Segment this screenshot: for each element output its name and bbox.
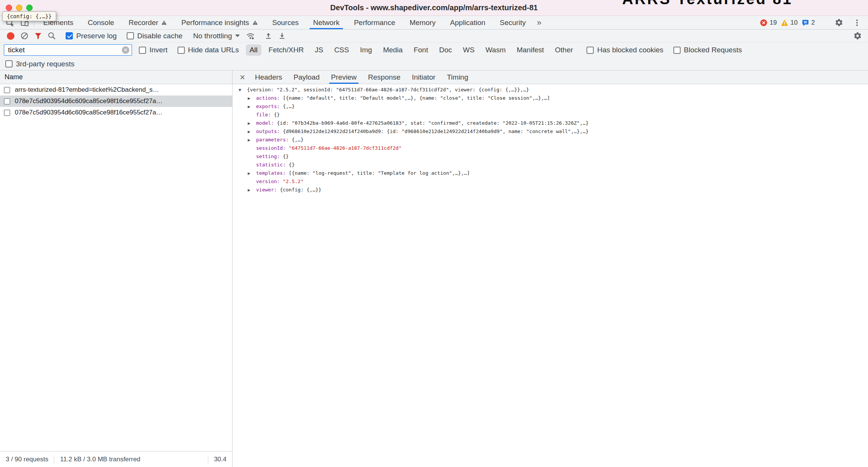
- tab-network[interactable]: Network: [306, 16, 347, 29]
- filter-input-wrapper: ×: [4, 44, 132, 56]
- detail-tab-timing[interactable]: Timing: [441, 71, 474, 84]
- dropdown-caret-icon: [235, 34, 240, 37]
- disclosure-collapsed-icon[interactable]: ▶: [248, 103, 256, 111]
- more-tabs-button[interactable]: »: [533, 16, 545, 29]
- preview-tree-line[interactable]: setting: {}: [233, 152, 868, 161]
- filter-type-css[interactable]: CSS: [330, 44, 353, 56]
- has-blocked-cookies-checkbox[interactable]: Has blocked cookies: [587, 46, 663, 54]
- checkbox-unchecked-icon: [587, 47, 594, 54]
- disclosure-expanded-icon[interactable]: ▼: [239, 86, 247, 94]
- detail-tab-headers[interactable]: Headers: [249, 71, 288, 84]
- detail-tab-response[interactable]: Response: [362, 71, 406, 84]
- record-icon: [7, 32, 14, 40]
- disclosure-collapsed-icon[interactable]: ▶: [248, 186, 256, 194]
- warning-count-badge[interactable]: 10: [781, 19, 798, 27]
- json-key: version:: [256, 179, 280, 184]
- hide-data-urls-checkbox[interactable]: Hide data URLs: [178, 46, 239, 54]
- preview-tree-line[interactable]: ▶parameters: {,…}: [233, 136, 868, 144]
- request-type-icon: [4, 87, 10, 93]
- preview-tree-line[interactable]: version: "2.5.2": [233, 177, 868, 186]
- disclosure-collapsed-icon[interactable]: ▶: [248, 94, 256, 103]
- detail-tab-preview[interactable]: Preview: [326, 71, 363, 84]
- filter-type-font[interactable]: Font: [410, 44, 432, 56]
- network-settings-button[interactable]: [851, 30, 864, 42]
- tab-recorder[interactable]: Recorder: [121, 16, 174, 29]
- tab-application[interactable]: Application: [443, 16, 492, 29]
- preview-tree-line[interactable]: statistic: {}: [233, 161, 868, 169]
- tab-performance-insights[interactable]: Performance insights: [174, 16, 265, 29]
- close-detail-button[interactable]: ×: [236, 71, 249, 84]
- close-window-button[interactable]: [6, 5, 12, 11]
- preview-tree-root[interactable]: ▼{version: "2.5.2", sessionId: "647511d7…: [233, 86, 868, 94]
- network-status-bar: 3 / 90 requests 11.2 kB / 3.0 MB transfe…: [0, 451, 232, 467]
- object-preview-tooltip: {config: {,…}}: [2, 11, 56, 21]
- detail-tab-payload[interactable]: Payload: [288, 71, 326, 84]
- preview-tree-line[interactable]: ▶model: {id: "07b342ba-b969-4a6d-80fe-42…: [233, 119, 868, 127]
- disable-cache-checkbox[interactable]: Disable cache: [127, 32, 182, 40]
- search-button[interactable]: [45, 30, 58, 42]
- name-column-header[interactable]: Name: [0, 71, 232, 84]
- detail-tab-initiator[interactable]: Initiator: [406, 71, 441, 84]
- network-conditions-button[interactable]: [244, 30, 257, 42]
- disclosure-collapsed-icon[interactable]: ▶: [248, 119, 256, 128]
- json-value: {,…}: [283, 103, 294, 109]
- request-row[interactable]: 078e7c5d903954d6c609ca85ce98f16ce955cf27…: [0, 107, 232, 118]
- filter-type-doc[interactable]: Doc: [435, 44, 456, 56]
- tab-console[interactable]: Console: [80, 16, 121, 29]
- preview-tree-line[interactable]: file: {}: [233, 111, 868, 119]
- import-har-button[interactable]: [261, 30, 275, 42]
- preview-tree-line[interactable]: ▶viewer: {config: {,…}}: [233, 186, 868, 194]
- warning-icon: [781, 19, 788, 27]
- filter-type-ws[interactable]: WS: [459, 44, 478, 56]
- disclosure-collapsed-icon[interactable]: ▶: [248, 128, 256, 136]
- network-main-area: Name arrs-texturized-81?embed=ticket%2Cb…: [0, 71, 868, 467]
- invert-checkbox[interactable]: Invert: [139, 46, 168, 54]
- disclosure-collapsed-icon[interactable]: ▶: [248, 169, 256, 178]
- error-count-badge[interactable]: 19: [760, 19, 777, 27]
- filter-type-fetch-xhr[interactable]: Fetch/XHR: [265, 44, 308, 56]
- zoom-window-button[interactable]: [26, 5, 33, 11]
- json-value: [{name: "log-request", title: "Template …: [289, 170, 470, 176]
- filter-type-other[interactable]: Other: [551, 44, 577, 56]
- requests-count: 3 / 90 requests: [0, 456, 54, 463]
- tab-sources[interactable]: Sources: [265, 16, 306, 29]
- throttling-dropdown[interactable]: No throttling: [189, 32, 244, 40]
- request-row-selected[interactable]: 078e7c5d903954d6c609ca85ce98f16ce955cf27…: [0, 96, 232, 107]
- tab-security[interactable]: Security: [492, 16, 533, 29]
- preview-tree-line[interactable]: sessionId: "647511d7-66ae-4826-a187-7dcf…: [233, 144, 868, 152]
- tab-performance[interactable]: Performance: [347, 16, 403, 29]
- export-har-button[interactable]: [275, 30, 289, 42]
- minimize-window-button[interactable]: [16, 5, 22, 11]
- json-key: exports:: [256, 103, 280, 109]
- preview-tree-line[interactable]: ▶outputs: {d968610e212de124922d214f240ba…: [233, 127, 868, 136]
- clear-filter-icon[interactable]: ×: [122, 46, 129, 54]
- request-row[interactable]: arrs-texturized-81?embed=ticket%2Cbacken…: [0, 84, 232, 96]
- clear-network-log-button[interactable]: [17, 30, 31, 42]
- record-network-log-button[interactable]: [4, 30, 17, 42]
- devtools-settings-button[interactable]: [832, 18, 846, 27]
- disclosure-collapsed-icon[interactable]: ▶: [248, 136, 256, 144]
- blocked-requests-checkbox[interactable]: Blocked Requests: [673, 46, 742, 54]
- json-value: {}: [283, 154, 289, 159]
- preview-tree-line[interactable]: ▶actions: [{name: "default", title: "Def…: [233, 94, 868, 102]
- json-key: statistic:: [256, 162, 286, 168]
- gear-icon: [853, 31, 862, 40]
- filter-type-wasm[interactable]: Wasm: [482, 44, 509, 56]
- checkbox-unchecked-icon: [139, 47, 146, 54]
- filter-type-img[interactable]: Img: [356, 44, 376, 56]
- issues-count-badge[interactable]: 2: [802, 19, 815, 27]
- tab-memory[interactable]: Memory: [403, 16, 443, 29]
- json-string-value: "647511d7-66ae-4826-a187-7dcf311cdf2d": [289, 145, 401, 151]
- filter-type-media[interactable]: Media: [379, 44, 407, 56]
- preview-tree-line[interactable]: ▶exports: {,…}: [233, 102, 868, 111]
- checkbox-unchecked-icon: [127, 32, 134, 39]
- filter-type-all[interactable]: All: [246, 44, 261, 56]
- preserve-log-checkbox[interactable]: Preserve log: [66, 32, 117, 40]
- devtools-menu-button[interactable]: [850, 19, 864, 27]
- filter-type-js[interactable]: JS: [311, 44, 327, 56]
- filter-input[interactable]: [4, 44, 132, 56]
- filter-button[interactable]: [31, 30, 45, 42]
- third-party-requests-checkbox[interactable]: 3rd-party requests: [5, 60, 74, 68]
- preview-tree-line[interactable]: ▶templates: [{name: "log-request", title…: [233, 169, 868, 177]
- filter-type-manifest[interactable]: Manifest: [513, 44, 548, 56]
